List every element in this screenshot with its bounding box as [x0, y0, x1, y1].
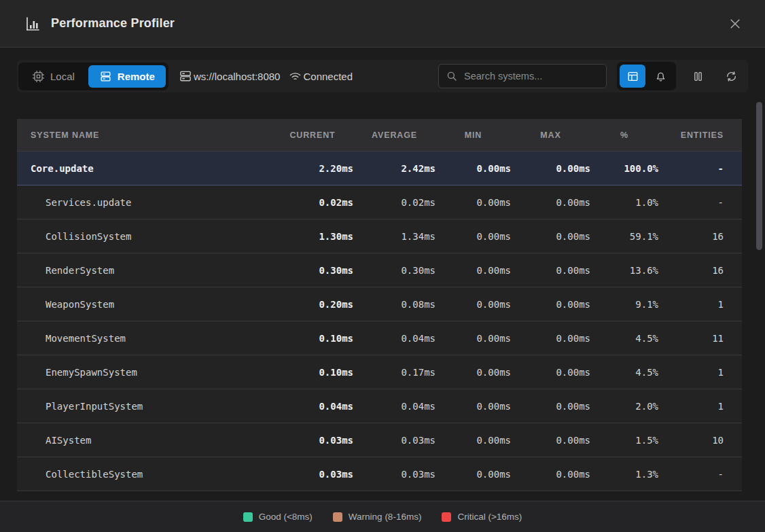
cell-entities: 1	[658, 401, 724, 412]
pause-button[interactable]	[686, 65, 709, 88]
cell-max: 0.00ms	[511, 163, 590, 174]
cell-system-name: CollectibleSystem	[17, 469, 272, 480]
table-row[interactable]: MovementSystem 0.10ms 0.04ms 0.00ms 0.00…	[17, 321, 742, 355]
cell-system-name: EnemySpawnSystem	[17, 367, 272, 378]
cell-max: 0.00ms	[511, 265, 590, 276]
table-row[interactable]: WeaponSystem 0.20ms 0.08ms 0.00ms 0.00ms…	[17, 287, 742, 321]
wifi-icon	[289, 70, 302, 83]
source-toggle-group: Local Remote	[18, 63, 168, 90]
cell-min: 0.00ms	[435, 367, 511, 378]
cell-current: 0.02ms	[272, 197, 353, 208]
cell-min: 0.00ms	[435, 163, 511, 174]
vertical-scrollbar[interactable]	[756, 102, 762, 250]
table-row[interactable]: RenderSystem 0.30ms 0.30ms 0.00ms 0.00ms…	[17, 253, 742, 287]
legend: Good (<8ms) Warning (8-16ms) Critical (>…	[0, 501, 765, 532]
legend-item: Good (<8ms)	[243, 512, 313, 522]
legend-label: Critical (>16ms)	[457, 512, 522, 522]
cell-current: 0.04ms	[272, 401, 353, 412]
cell-percent: 1.0%	[590, 197, 658, 208]
cell-system-name: Core.update	[17, 163, 272, 174]
systems-table: SYSTEM NAME CURRENT AVERAGE MIN MAX % EN…	[17, 119, 742, 491]
table-row[interactable]: CollisionSystem 1.30ms 1.34ms 0.00ms 0.0…	[17, 219, 742, 253]
cell-average: 0.03ms	[353, 469, 435, 480]
alerts-button[interactable]	[647, 65, 673, 88]
connection-url-text: ws://localhost:8080	[194, 71, 281, 82]
view-toggle-group	[617, 62, 676, 90]
cell-entities: 11	[658, 333, 724, 344]
cell-average: 1.34ms	[353, 231, 435, 242]
server-icon	[99, 70, 112, 83]
cell-percent: 100.0%	[590, 163, 658, 174]
cell-average: 0.04ms	[353, 333, 435, 344]
legend-swatch	[333, 512, 342, 522]
pause-icon	[692, 70, 705, 83]
cell-system-name: PlayerInputSystem	[17, 401, 272, 412]
local-toggle-button[interactable]: Local	[21, 65, 86, 88]
table-row[interactable]: Core.update 2.20ms 2.42ms 0.00ms 0.00ms …	[17, 152, 742, 185]
page-title: Performance Profiler	[51, 16, 726, 31]
cell-entities: -	[658, 197, 724, 208]
legend-swatch	[442, 512, 451, 522]
cell-average: 0.03ms	[353, 435, 435, 446]
cell-min: 0.00ms	[435, 401, 511, 412]
cell-max: 0.00ms	[511, 197, 590, 208]
server-icon	[179, 69, 192, 83]
connection-status: Connected	[289, 70, 353, 83]
table-row[interactable]: EnemySpawnSystem 0.10ms 0.17ms 0.00ms 0.…	[17, 355, 742, 389]
close-icon[interactable]	[726, 14, 745, 33]
table-row[interactable]: Services.update 0.02ms 0.02ms 0.00ms 0.0…	[17, 185, 742, 219]
cell-max: 0.00ms	[511, 401, 590, 412]
table-layout-icon	[626, 70, 639, 83]
cell-percent: 9.1%	[590, 299, 658, 310]
cell-min: 0.00ms	[435, 197, 511, 208]
toolbar: Local Remote ws://localhost:8080	[17, 60, 748, 92]
refresh-button[interactable]	[719, 65, 743, 88]
cell-max: 0.00ms	[511, 231, 590, 242]
column-header-current[interactable]: CURRENT	[272, 130, 353, 140]
cell-min: 0.00ms	[435, 299, 511, 310]
cell-percent: 4.5%	[590, 333, 658, 344]
cell-percent: 2.0%	[590, 401, 658, 412]
cell-max: 0.00ms	[511, 367, 590, 378]
cell-entities: 16	[658, 231, 724, 242]
column-header-system-name[interactable]: SYSTEM NAME	[17, 130, 272, 140]
cell-entities: -	[658, 469, 724, 480]
table-body: Core.update 2.20ms 2.42ms 0.00ms 0.00ms …	[17, 152, 742, 491]
cell-entities: -	[658, 163, 724, 174]
window-header: Performance Profiler	[0, 0, 765, 48]
search-input[interactable]	[464, 71, 599, 82]
table-row[interactable]: CollectibleSystem 0.03ms 0.03ms 0.00ms 0…	[17, 457, 742, 491]
cell-min: 0.00ms	[435, 435, 511, 446]
column-header-average[interactable]: AVERAGE	[353, 130, 435, 140]
cell-entities: 16	[658, 265, 724, 276]
legend-item: Critical (>16ms)	[442, 512, 522, 522]
cell-average: 0.08ms	[353, 299, 435, 310]
remote-toggle-label: Remote	[118, 71, 155, 82]
cell-max: 0.00ms	[511, 333, 590, 344]
cell-current: 0.10ms	[272, 367, 353, 378]
table-view-button[interactable]	[620, 65, 645, 88]
local-toggle-label: Local	[50, 71, 75, 82]
table-row[interactable]: AISystem 0.03ms 0.03ms 0.00ms 0.00ms 1.5…	[17, 423, 742, 457]
cell-system-name: WeaponSystem	[17, 299, 272, 310]
search-box	[438, 64, 607, 88]
cell-system-name: RenderSystem	[17, 265, 272, 276]
cell-percent: 4.5%	[590, 367, 658, 378]
cell-average: 0.04ms	[353, 401, 435, 412]
cell-average: 0.02ms	[353, 197, 435, 208]
refresh-icon	[725, 70, 738, 83]
cell-current: 2.20ms	[272, 163, 353, 174]
cell-percent: 1.5%	[590, 435, 658, 446]
cell-max: 0.00ms	[511, 435, 590, 446]
chip-icon	[32, 70, 45, 83]
column-header-percent[interactable]: %	[590, 130, 658, 140]
table-row[interactable]: PlayerInputSystem 0.04ms 0.04ms 0.00ms 0…	[17, 389, 742, 423]
column-header-max[interactable]: MAX	[511, 130, 590, 140]
cell-average: 0.17ms	[353, 367, 435, 378]
cell-percent: 59.1%	[590, 231, 658, 242]
cell-average: 2.42ms	[353, 163, 435, 174]
column-header-min[interactable]: MIN	[435, 130, 511, 140]
remote-toggle-button[interactable]: Remote	[88, 65, 166, 88]
column-header-entities[interactable]: ENTITIES	[658, 130, 724, 140]
legend-label: Warning (8-16ms)	[349, 512, 422, 522]
